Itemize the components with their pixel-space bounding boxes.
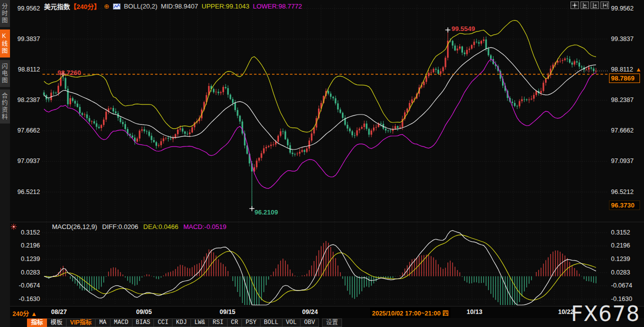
y-axis-label: 96.5212 <box>611 188 641 196</box>
pan-to-latest-icon[interactable] <box>600 2 609 9</box>
trading-app: 分时图 K线图 闪电图 合约资料 美元指数【240分】 ⊕ BOLL(20,2)… <box>0 0 644 327</box>
y-axis-label: 98.2387 <box>611 96 641 104</box>
date-label: 09/05 <box>136 308 152 316</box>
toolbar-item-KDJ[interactable]: KDJ <box>172 318 191 327</box>
toolbar-item-VOL[interactable]: VOL <box>282 318 301 327</box>
indicator-toolbar: 指标模板VIP指标MAMACDBIASCCIKDJLW&RSICRPSYBOLL… <box>27 318 342 327</box>
chart-type-icon[interactable] <box>113 4 120 10</box>
y-axis-label: 98.2387 <box>12 96 40 104</box>
chart-header: 美元指数【240分】 ⊕ BOLL(20,2) MID:98.9407 UPPE… <box>44 2 302 11</box>
date-label: 09/15 <box>220 308 235 316</box>
axis-shift-left-icon[interactable] <box>580 2 589 9</box>
y-axis-label: -0.0674 <box>611 282 641 290</box>
selected-bar-time: 2025/10/02 17:00~21:00 四 <box>370 308 450 318</box>
sidebar-tab-contract-info[interactable]: 合约资料 <box>0 90 10 124</box>
y-axis-label: 99.3837 <box>611 36 641 43</box>
toolbar-item-OBV[interactable]: OBV <box>300 318 319 327</box>
y-axis-label: 99.9562 <box>611 5 641 12</box>
toolbar-item-BIAS[interactable]: BIAS <box>132 318 154 327</box>
date-label: 08/27 <box>51 308 66 316</box>
toolbar-item-RSI[interactable]: RSI <box>209 318 228 327</box>
toolbar-item-BOLL[interactable]: BOLL <box>260 318 282 327</box>
boll-mid-value: MID:98.9407 <box>161 2 198 10</box>
toolbar-item-指标[interactable]: 指标 <box>27 318 47 327</box>
y-axis-label: 0.2196 <box>611 242 641 250</box>
y-axis-label: 0.0283 <box>611 269 641 276</box>
macd-header: MACD(26,12,9) DIFF:0.0206 DEA:0.0466 MAC… <box>52 223 226 230</box>
toolbar-item-VIP指标[interactable]: VIP指标 <box>66 318 96 327</box>
sidebar-tab-time-chart[interactable]: 分时图 <box>0 0 10 27</box>
macd-dea-value: DEA:0.0466 <box>144 223 178 230</box>
y-axis-label: 97.0937 <box>611 158 641 165</box>
macd-value: MACD:-0.0519 <box>184 223 226 230</box>
high-price-annotation: 99.5549 <box>452 25 475 32</box>
macd-lines-layer <box>44 230 596 305</box>
boll-upper-value: UPPER:99.1043 <box>202 2 249 10</box>
toolbar-item-MACD[interactable]: MACD <box>110 318 132 327</box>
sidebar-tab-kline-chart[interactable]: K线图 <box>0 30 10 58</box>
last-price-box: 98.7869 <box>609 74 640 83</box>
sidebar-tab-flash-chart[interactable]: 闪电图 <box>0 60 10 87</box>
price-direction-arrow: ▲ <box>636 66 642 73</box>
grid-layer <box>10 5 644 306</box>
y-axis-label: 97.6662 <box>12 127 40 134</box>
y-axis-label: 0.2196 <box>12 242 40 250</box>
y-axis-label: 97.0937 <box>12 158 40 165</box>
add-indicator-icon[interactable]: ⊕ <box>104 2 110 10</box>
y-axis-label: 0.0283 <box>12 269 40 276</box>
y-axis-label: -0.1630 <box>12 296 40 303</box>
date-label: 10/13 <box>466 308 482 316</box>
pan-crosshair-icon[interactable] <box>570 2 579 9</box>
y-axis-label: 99.9562 <box>12 5 40 12</box>
boll-label: BOLL(20,2) <box>124 2 158 10</box>
indicator-alert-icon[interactable] <box>10 223 17 232</box>
toolbar-item-PSY[interactable]: PSY <box>242 318 260 327</box>
macd-label: MACD(26,12,9) <box>52 223 97 230</box>
symbol-title: 美元指数【240分】 <box>44 2 100 11</box>
period-selector[interactable]: 240分 ▲ <box>12 308 37 318</box>
y-axis-label: 96.5212 <box>12 188 40 196</box>
candlestick-chart[interactable] <box>0 0 644 327</box>
date-label: 09/24 <box>302 308 318 316</box>
chart-tools <box>570 2 609 9</box>
toolbar-item-LW&[interactable]: LW& <box>191 318 210 327</box>
date-axis: 240分 ▲ 2025/10/02 17:00~21:00 四 08/2709/… <box>0 306 644 318</box>
reference-low-box: 96.3730 <box>609 200 640 210</box>
toolbar-item-模板[interactable]: 模板 <box>47 318 66 327</box>
y-axis-label: 98.8112 <box>12 66 40 74</box>
boll-lower-value: LOWER:98.7772 <box>253 2 302 10</box>
axis-shift-right-icon[interactable] <box>590 2 599 9</box>
y-axis-label: 0.1239 <box>611 256 641 263</box>
ref-price-annotation: 98.7260 <box>58 69 81 76</box>
toolbar-item-设置[interactable]: 设置 <box>322 318 342 327</box>
y-axis-label: 0.1239 <box>12 256 40 263</box>
toolbar-item-CR[interactable]: CR <box>228 318 242 327</box>
low-price-annotation: 96.2109 <box>254 208 278 216</box>
y-axis-label: -0.0674 <box>12 282 40 290</box>
sidebar: 分时图 K线图 闪电图 合约资料 <box>0 0 10 327</box>
toolbar-item-CCI[interactable]: CCI <box>154 318 172 327</box>
fx678-watermark: FX678 <box>571 302 640 326</box>
y-axis-label: 97.6662 <box>611 127 641 134</box>
y-axis-label: 0.3152 <box>611 229 641 236</box>
y-axis-label: 99.3837 <box>12 36 40 43</box>
toolbar-item-MA[interactable]: MA <box>96 318 110 327</box>
macd-diff-value: DIFF:0.0206 <box>102 223 138 230</box>
